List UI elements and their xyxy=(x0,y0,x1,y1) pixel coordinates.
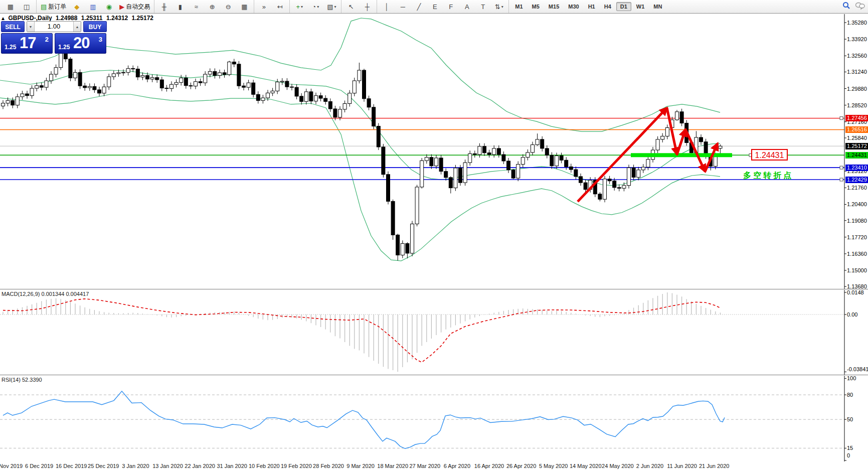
timeframe-mn[interactable]: MN xyxy=(649,2,666,11)
timeframe-h1[interactable]: H1 xyxy=(584,2,599,11)
date-tick: 24 May 2020 xyxy=(602,463,634,469)
candle-body xyxy=(627,168,631,185)
price-tick: 1.20400 xyxy=(847,201,867,207)
vertical-line-icon: │ xyxy=(385,3,389,11)
auto-scroll-button[interactable]: » xyxy=(256,1,271,13)
rsi-tick: 15 xyxy=(847,445,853,451)
text-label-button[interactable]: T xyxy=(475,1,490,13)
candle-body xyxy=(473,153,476,154)
sell-button[interactable]: SELL xyxy=(1,21,25,32)
macd-panel[interactable] xyxy=(0,290,868,375)
turning-point-note[interactable]: 多空转折点 xyxy=(743,171,793,181)
candle-body xyxy=(141,75,144,77)
candle-body xyxy=(223,73,226,75)
rsi-panel[interactable] xyxy=(0,376,868,461)
text-button[interactable]: A xyxy=(459,1,474,13)
vertical-line-button[interactable]: │ xyxy=(379,1,394,13)
date-tick: 22 Jan 2020 xyxy=(185,463,215,469)
main-chart[interactable] xyxy=(0,14,868,289)
indicators-button[interactable]: +▾ xyxy=(292,1,307,13)
chart-shift-button[interactable]: ↤ xyxy=(272,1,287,13)
price-badge-1.24431: 1.24431 xyxy=(845,152,868,159)
horizontal-line-button[interactable]: ─ xyxy=(395,1,410,13)
support-level-bar[interactable] xyxy=(631,153,732,157)
fibonacci-button[interactable]: F xyxy=(443,1,458,13)
candle-body xyxy=(155,78,159,80)
timeframe-w1[interactable]: W1 xyxy=(632,2,649,11)
templates-button[interactable]: ▧▾ xyxy=(324,1,339,13)
timeframe-d1[interactable]: D1 xyxy=(616,2,631,11)
candle-body xyxy=(637,170,640,178)
candle-body xyxy=(228,62,231,74)
volume-increase-button[interactable]: ▲ xyxy=(73,22,81,32)
data-window-button[interactable]: ▥ xyxy=(85,1,100,13)
timeframe-m5[interactable]: M5 xyxy=(528,2,544,11)
periods-button[interactable]: ◔▾ xyxy=(308,1,323,13)
tile-windows-button[interactable]: ▦ xyxy=(237,1,252,13)
object-handle[interactable] xyxy=(840,178,843,181)
price-level-label[interactable]: 1.24431 xyxy=(751,149,788,161)
candle-body xyxy=(261,98,265,100)
candle-body xyxy=(93,86,96,90)
candle-body xyxy=(531,145,535,152)
crosshair-button[interactable]: ┼ xyxy=(360,1,375,13)
sell-price-pip: 2 xyxy=(45,36,49,43)
dropdown-arrow-icon[interactable]: ▾ xyxy=(334,5,336,9)
line-chart-button[interactable]: ≈ xyxy=(189,1,204,13)
candle-body xyxy=(6,100,10,103)
arrows-button[interactable]: ⇅▾ xyxy=(491,1,506,13)
candle-body xyxy=(69,59,72,78)
candle-body xyxy=(328,101,332,109)
market-watch-button[interactable]: ◆ xyxy=(69,1,84,13)
bar-chart-button[interactable]: ╫ xyxy=(156,1,171,13)
rsi-tick: 100 xyxy=(847,375,856,381)
new-order-button[interactable]: ▤新订单 xyxy=(39,1,68,13)
candle-body xyxy=(199,82,202,83)
signals-button[interactable]: ◉ xyxy=(101,1,116,13)
timeframe-h4[interactable]: H4 xyxy=(600,2,615,11)
cursor-button[interactable]: ↖ xyxy=(343,1,359,13)
buy-button[interactable]: BUY xyxy=(83,21,107,32)
mt4-terminal: ▦◫▤新订单◆▥◉▶自动交易╫▮≈⊕⊖▦»↤+▾◔▾▧▾↖┼│─╱EFAT⇅▾M… xyxy=(0,0,868,471)
trendline-button[interactable]: ╱ xyxy=(411,1,426,13)
sell-price-box[interactable]: 1.25 17 2 xyxy=(1,33,53,54)
volume-stepper[interactable]: ▼ 1.00 ▲ xyxy=(27,21,81,32)
community-chat-icon[interactable] xyxy=(855,2,865,10)
buy-price-pip: 3 xyxy=(99,36,102,43)
candle-body xyxy=(218,73,222,76)
rsi-label: RSI(14) 52.3390 xyxy=(2,377,42,383)
price-tick: 1.16360 xyxy=(847,251,867,257)
price-tick: 1.35280 xyxy=(847,20,867,26)
panel-separator[interactable] xyxy=(0,289,868,290)
timeframe-m15[interactable]: M15 xyxy=(545,2,563,11)
new-chart-button[interactable]: ▦ xyxy=(3,1,18,13)
search-icon[interactable] xyxy=(842,2,850,10)
auto-trading-button[interactable]: ▶自动交易 xyxy=(117,1,152,13)
candle-body xyxy=(11,100,15,105)
candle-body xyxy=(632,168,635,177)
date-tick: 19 Feb 2020 xyxy=(281,463,312,469)
object-handle[interactable] xyxy=(840,117,843,120)
equidistant-channel-button[interactable]: E xyxy=(427,1,442,13)
buy-price-box[interactable]: 1.25 20 3 xyxy=(55,33,106,54)
candle-body xyxy=(102,87,106,93)
dropdown-arrow-icon[interactable]: ▾ xyxy=(501,5,503,9)
timeframe-m1[interactable]: M1 xyxy=(511,2,527,11)
dropdown-arrow-icon[interactable]: ▾ xyxy=(317,5,319,9)
object-handle[interactable] xyxy=(840,166,843,169)
zoom-out-button[interactable]: ⊖ xyxy=(221,1,236,13)
timeframe-m30[interactable]: M30 xyxy=(564,2,583,11)
candle-body xyxy=(665,127,669,136)
collapse-marker-icon[interactable]: ▴ xyxy=(2,15,5,22)
macd-label: MACD(12,26,9) 0.001344 0.004417 xyxy=(2,291,89,297)
price-badge-1.22429: 1.22429 xyxy=(845,177,868,183)
volume-input[interactable]: 1.00 xyxy=(35,22,73,32)
volume-decrease-button[interactable]: ▼ xyxy=(27,22,35,32)
zoom-in-button[interactable]: ⊕ xyxy=(205,1,220,13)
candle-body xyxy=(598,194,602,199)
panel-separator[interactable] xyxy=(0,375,868,376)
dropdown-arrow-icon[interactable]: ▾ xyxy=(301,5,303,9)
candlestick-chart-button[interactable]: ▮ xyxy=(172,1,188,13)
profiles-button[interactable]: ◫ xyxy=(19,1,34,13)
candle-body xyxy=(700,137,703,142)
